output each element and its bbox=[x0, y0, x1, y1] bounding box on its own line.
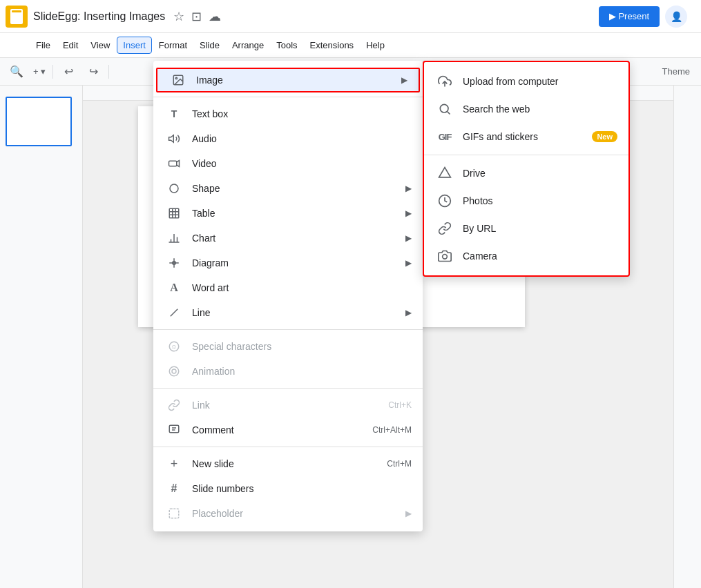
divider-1 bbox=[153, 97, 423, 97]
textbox-label: Text box bbox=[192, 108, 412, 119]
special-chars-icon: Ω bbox=[164, 340, 184, 353]
image-arrow: ▶ bbox=[401, 75, 407, 85]
camera-icon bbox=[435, 249, 454, 263]
svg-point-21 bbox=[172, 369, 176, 373]
svg-text:Ω: Ω bbox=[172, 344, 176, 350]
svg-marker-2 bbox=[169, 135, 174, 143]
table-arrow: ▶ bbox=[405, 208, 412, 218]
menu-arrange[interactable]: Arrange bbox=[227, 37, 269, 53]
slidenumbers-icon: # bbox=[164, 482, 184, 495]
cloud-icon[interactable]: ☁ bbox=[209, 9, 221, 24]
svg-point-1 bbox=[175, 77, 177, 79]
submenu-camera[interactable]: Camera bbox=[424, 242, 628, 270]
line-icon bbox=[164, 306, 184, 319]
folder-icon[interactable]: ⊡ bbox=[191, 9, 202, 24]
user-avatar[interactable]: 👤 bbox=[665, 6, 687, 28]
line-arrow: ▶ bbox=[405, 308, 412, 317]
menu-insert[interactable]: Insert bbox=[117, 37, 152, 54]
menu-item-diagram[interactable]: Diagram ▶ bbox=[153, 251, 423, 275]
menu-view[interactable]: View bbox=[85, 37, 115, 53]
link-shortcut: Ctrl+K bbox=[388, 400, 412, 410]
gifs-label: GIFs and stickers bbox=[463, 131, 586, 142]
link-label: Link bbox=[192, 400, 377, 411]
menu-item-animation: Animation bbox=[153, 359, 423, 384]
menu-item-video[interactable]: Video bbox=[153, 151, 423, 176]
present-button[interactable]: ▶ Present bbox=[599, 6, 660, 27]
star-icon[interactable]: ☆ bbox=[173, 9, 184, 24]
menu-bar: File Edit View Insert Format Slide Arran… bbox=[0, 33, 701, 58]
redo-btn[interactable]: ↪ bbox=[82, 61, 104, 83]
submenu-byurl[interactable]: By URL bbox=[424, 215, 628, 242]
menu-item-image[interactable]: Image ▶ bbox=[156, 68, 420, 92]
new-badge: New bbox=[592, 131, 617, 142]
image-icon bbox=[169, 74, 188, 86]
diagram-icon bbox=[164, 257, 184, 269]
menu-slide[interactable]: Slide bbox=[194, 37, 225, 53]
slidenumbers-label: Slide numbers bbox=[192, 483, 412, 494]
submenu-drive[interactable]: Drive bbox=[424, 159, 628, 187]
search-toolbar-btn[interactable]: 🔍 bbox=[6, 61, 28, 83]
theme-btn[interactable]: Theme bbox=[662, 66, 690, 77]
chart-icon bbox=[164, 232, 184, 244]
submenu-search-web[interactable]: Search the web bbox=[424, 95, 628, 123]
menu-item-audio[interactable]: Audio bbox=[153, 126, 423, 151]
placeholder-label: Placeholder bbox=[192, 508, 400, 519]
submenu-divider bbox=[424, 155, 628, 155]
undo-btn[interactable]: ↩ bbox=[57, 61, 79, 83]
comment-icon bbox=[164, 424, 184, 436]
menu-item-newslide[interactable]: + New slide Ctrl+M bbox=[153, 451, 423, 476]
submenu-gifs[interactable]: GIF GIFs and stickers New bbox=[424, 123, 628, 150]
right-panel bbox=[673, 86, 701, 588]
title-icons: ☆ ⊡ ☁ bbox=[173, 9, 221, 24]
animation-label: Animation bbox=[192, 366, 412, 377]
menu-item-special-chars: Ω Special characters bbox=[153, 334, 423, 359]
svg-point-29 bbox=[443, 255, 448, 259]
menu-help[interactable]: Help bbox=[361, 37, 390, 53]
submenu-upload[interactable]: Upload from computer bbox=[424, 68, 628, 95]
upload-label: Upload from computer bbox=[463, 76, 617, 87]
shape-label: Shape bbox=[192, 183, 400, 194]
menu-format[interactable]: Format bbox=[153, 37, 193, 53]
menu-item-slidenumbers[interactable]: # Slide numbers bbox=[153, 476, 423, 501]
menu-file[interactable]: File bbox=[30, 37, 56, 53]
shape-icon bbox=[164, 182, 184, 195]
upload-icon bbox=[435, 75, 454, 88]
gif-icon: GIF bbox=[435, 132, 454, 142]
image-submenu: Upload from computer Search the web GIF … bbox=[423, 61, 630, 277]
zoom-btn[interactable]: + ▾ bbox=[30, 61, 48, 83]
menu-extensions[interactable]: Extensions bbox=[305, 37, 360, 53]
drive-icon bbox=[435, 166, 454, 180]
menu-item-comment[interactable]: Comment Ctrl+Alt+M bbox=[153, 418, 423, 442]
camera-label: Camera bbox=[463, 251, 617, 262]
menu-item-shape[interactable]: Shape ▶ bbox=[153, 176, 423, 201]
svg-point-20 bbox=[169, 366, 179, 376]
menu-tools[interactable]: Tools bbox=[271, 37, 303, 53]
menu-item-wordart[interactable]: A Word art bbox=[153, 275, 423, 300]
doc-title: SlideEgg: Inserting Images bbox=[33, 10, 165, 23]
menu-item-chart[interactable]: Chart ▶ bbox=[153, 226, 423, 251]
toolbar-divider-1 bbox=[52, 65, 53, 79]
byurl-icon bbox=[435, 222, 454, 235]
app-icon bbox=[6, 6, 28, 28]
menu-item-table[interactable]: Table ▶ bbox=[153, 201, 423, 226]
audio-label: Audio bbox=[192, 133, 412, 144]
svg-point-27 bbox=[440, 104, 448, 112]
video-label: Video bbox=[192, 158, 412, 169]
slide-thumbnail[interactable] bbox=[6, 97, 72, 146]
menu-item-line[interactable]: Line ▶ bbox=[153, 300, 423, 325]
special-chars-label: Special characters bbox=[192, 341, 412, 352]
table-icon bbox=[164, 207, 184, 219]
chart-arrow: ▶ bbox=[405, 233, 412, 243]
insert-menu: Image ▶ T Text box Audio Video bbox=[153, 61, 423, 531]
divider-2 bbox=[153, 329, 423, 330]
menu-edit[interactable]: Edit bbox=[57, 37, 84, 53]
search-web-label: Search the web bbox=[463, 104, 617, 115]
table-label: Table bbox=[192, 208, 400, 219]
wordart-icon: A bbox=[164, 282, 184, 294]
menu-item-textbox[interactable]: T Text box bbox=[153, 101, 423, 126]
byurl-label: By URL bbox=[463, 223, 617, 234]
submenu-photos[interactable]: Photos bbox=[424, 187, 628, 215]
drive-label: Drive bbox=[463, 168, 617, 179]
toolbar-divider-2 bbox=[108, 65, 109, 79]
video-icon bbox=[164, 157, 184, 170]
